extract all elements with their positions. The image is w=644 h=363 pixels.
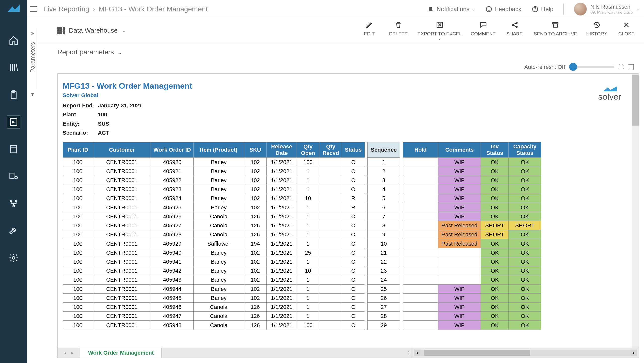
cell[interactable]: 1/1/2021 — [267, 203, 297, 212]
datasource-dropdown[interactable]: Data Warehouse ⌄ — [57, 27, 126, 34]
cell[interactable] — [403, 312, 438, 321]
help-button[interactable]: Help — [532, 6, 553, 13]
sheet-nav-next-icon[interactable]: ▸ — [71, 350, 74, 356]
cell[interactable]: 102 — [244, 266, 267, 275]
cell[interactable]: WIP — [438, 312, 481, 321]
cell[interactable]: Barley — [194, 294, 244, 303]
cell[interactable]: 1 — [297, 212, 319, 221]
cell[interactable]: 1 — [297, 285, 319, 294]
cell[interactable]: OK — [509, 185, 541, 194]
cell[interactable] — [403, 266, 438, 275]
cell[interactable]: 100 — [63, 285, 93, 294]
notifications-button[interactable]: Notifications ⌄ — [427, 6, 475, 13]
cell[interactable]: CENTR0001 — [93, 303, 151, 312]
cell[interactable]: Barley — [194, 275, 244, 285]
cell[interactable]: Barley — [194, 158, 244, 167]
cell[interactable]: 100 — [63, 239, 93, 248]
cell[interactable]: CENTR0001 — [93, 266, 151, 275]
cell[interactable]: 100 — [63, 275, 93, 285]
cell[interactable]: 100 — [63, 230, 93, 239]
cell[interactable]: 1/1/2021 — [267, 194, 297, 203]
cell[interactable]: OK — [509, 266, 541, 275]
delete-button[interactable]: DELETE — [388, 21, 409, 41]
cell[interactable]: Barley — [194, 194, 244, 203]
parameters-panel-handle[interactable]: » Parameters ▾ — [27, 27, 38, 90]
cell[interactable]: 100 — [63, 203, 93, 212]
cell[interactable]: CENTR0001 — [93, 221, 151, 230]
cell[interactable]: 102 — [244, 294, 267, 303]
nav-workflow[interactable] — [7, 197, 20, 210]
cell[interactable] — [403, 212, 438, 221]
scroll-right-icon[interactable]: ▸ — [631, 350, 637, 356]
cell[interactable]: WIP — [438, 176, 481, 185]
history-button[interactable]: HISTORY — [586, 21, 607, 41]
cell[interactable]: 23 — [368, 266, 400, 275]
cell[interactable]: OK — [509, 176, 541, 185]
cell[interactable]: 3 — [368, 176, 400, 185]
nav-tools[interactable] — [7, 224, 20, 237]
column-header[interactable]: Qty Open — [297, 142, 319, 158]
breadcrumb-current[interactable]: MFG13 - Work Order Management — [99, 5, 208, 13]
cell[interactable]: C — [342, 239, 365, 248]
nav-home[interactable] — [7, 34, 20, 47]
cell[interactable]: 405922 — [151, 176, 194, 185]
column-header[interactable]: Hold — [403, 142, 438, 158]
cell[interactable]: Past Released — [438, 221, 481, 230]
cell[interactable]: Canola — [194, 212, 244, 221]
nav-settings[interactable] — [7, 251, 20, 265]
cell[interactable]: 100 — [63, 221, 93, 230]
column-header[interactable]: Qty Recvd — [319, 142, 342, 158]
cell[interactable]: 1/1/2021 — [267, 158, 297, 167]
cell[interactable]: CENTR0001 — [93, 321, 151, 330]
cell[interactable]: OK — [509, 275, 541, 285]
cell[interactable]: CENTR0001 — [93, 312, 151, 321]
cell[interactable]: 126 — [244, 303, 267, 312]
cell[interactable]: 29 — [368, 321, 400, 330]
cell[interactable]: C — [342, 303, 365, 312]
cell[interactable] — [403, 221, 438, 230]
cell[interactable]: OK — [509, 285, 541, 294]
cell[interactable] — [319, 275, 342, 285]
cell[interactable]: 1/1/2021 — [267, 212, 297, 221]
feedback-button[interactable]: Feedback — [485, 6, 521, 13]
grid-toggle-icon[interactable] — [628, 64, 634, 70]
cell[interactable]: 102 — [244, 275, 267, 285]
cell[interactable] — [403, 194, 438, 203]
cell[interactable]: OK — [509, 257, 541, 266]
cell[interactable]: WIP — [438, 185, 481, 194]
cell[interactable]: OK — [481, 239, 509, 248]
cell[interactable] — [403, 203, 438, 212]
cell[interactable]: Canola — [194, 303, 244, 312]
cell[interactable]: 102 — [244, 285, 267, 294]
cell[interactable]: OK — [481, 212, 509, 221]
expand-icon[interactable]: ⛶ — [618, 64, 624, 70]
cell[interactable]: 1/1/2021 — [267, 321, 297, 330]
cell[interactable]: OK — [481, 294, 509, 303]
cell[interactable] — [319, 221, 342, 230]
cell[interactable]: WIP — [438, 158, 481, 167]
cell[interactable]: 25 — [368, 285, 400, 294]
cell[interactable]: 405921 — [151, 167, 194, 176]
cell[interactable] — [438, 248, 481, 257]
cell[interactable]: SHORT — [481, 230, 509, 239]
horizontal-scrollbar[interactable]: ◂ ▸ — [412, 348, 639, 358]
column-header[interactable]: Item (Product) — [194, 142, 244, 158]
cell[interactable]: 100 — [63, 167, 93, 176]
cell[interactable]: OK — [509, 303, 541, 312]
cell[interactable]: Barley — [194, 185, 244, 194]
cell[interactable] — [319, 312, 342, 321]
cell[interactable] — [319, 212, 342, 221]
cell[interactable]: 1 — [297, 303, 319, 312]
cell[interactable]: 405943 — [151, 275, 194, 285]
cell[interactable]: 1/1/2021 — [267, 266, 297, 275]
cell[interactable]: 1/1/2021 — [267, 230, 297, 239]
cell[interactable]: 100 — [63, 158, 93, 167]
cell[interactable]: 22 — [368, 257, 400, 266]
nav-users[interactable] — [7, 170, 20, 183]
cell[interactable]: Canola — [194, 312, 244, 321]
cell[interactable]: 1 — [297, 203, 319, 212]
cell[interactable]: 1 — [297, 239, 319, 248]
cell[interactable] — [319, 303, 342, 312]
cell[interactable]: 1/1/2021 — [267, 239, 297, 248]
cell[interactable] — [319, 266, 342, 275]
